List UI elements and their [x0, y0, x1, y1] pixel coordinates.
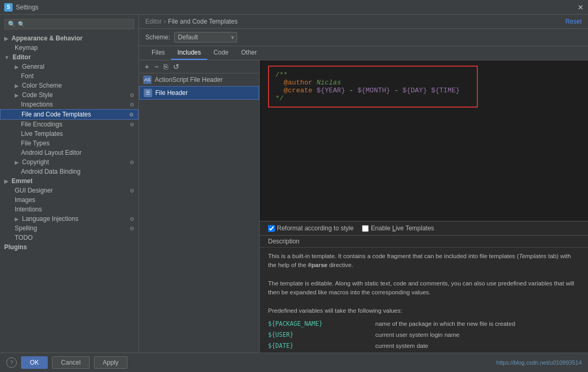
table-row: ${DATE} current system date: [268, 341, 580, 352]
sidebar-item-code-style[interactable]: ▶ Code Style ⚙: [0, 90, 138, 100]
sidebar-item-color-scheme[interactable]: ▶ Color Scheme: [0, 81, 138, 90]
sidebar-item-images[interactable]: Images: [0, 195, 138, 205]
sidebar-item-appearance[interactable]: ▶ Appearance & Behavior: [0, 34, 138, 43]
reformat-label: Reformat according to style: [277, 225, 354, 232]
badge-icon: ⚙: [130, 92, 134, 98]
sidebar: 🔍 ▶ Appearance & Behavior Keymap ▼ Edito…: [0, 15, 139, 353]
sidebar-item-gui-designer[interactable]: GUI Designer ⚙: [0, 186, 138, 195]
bottom-bar: ? OK Cancel Apply https://blog.csdn.net/…: [0, 353, 588, 372]
code-create-tag: @create: [284, 87, 313, 94]
template-file-icon: AS: [143, 76, 152, 84]
search-input[interactable]: [18, 21, 131, 27]
table-row: ${USER} current user system login name: [268, 330, 580, 341]
description-content: This is a built-in template. It contains…: [260, 248, 588, 353]
copy-template-button[interactable]: ⎘: [162, 62, 169, 71]
sidebar-item-general[interactable]: ▶ General: [0, 62, 138, 71]
var-desc: current system date: [376, 341, 580, 352]
enable-live-checkbox-label[interactable]: Enable Live Templates: [362, 225, 434, 232]
template-item-label: File Header: [155, 89, 188, 97]
sidebar-item-label: Live Templates: [21, 130, 63, 137]
sidebar-item-label: GUI Designer: [15, 187, 53, 194]
badge-icon: ⚙: [129, 112, 134, 118]
options-bar: Reformat according to style Enable Live …: [260, 221, 588, 235]
header-bar: Editor › File and Code Templates Reset: [139, 15, 588, 29]
code-month-var: ${MONTH}: [357, 87, 390, 94]
sidebar-item-label: Appearance & Behavior: [12, 35, 82, 42]
template-item-file-header[interactable]: ☰ File Header: [139, 86, 259, 100]
title-bar-left: S Settings: [4, 3, 38, 12]
sidebar-item-inspections[interactable]: Inspections ⚙: [0, 100, 138, 109]
sidebar-item-plugins[interactable]: Plugins: [0, 242, 138, 252]
sidebar-item-label: Copyright: [22, 158, 49, 166]
remove-template-button[interactable]: −: [153, 62, 160, 71]
sidebar-item-android-data[interactable]: Android Data Binding: [0, 167, 138, 176]
sidebar-item-todo[interactable]: TODO: [0, 233, 138, 242]
reset-template-button[interactable]: ↺: [172, 62, 181, 71]
sidebar-item-label: Android Layout Editor: [21, 149, 81, 156]
sidebar-item-editor[interactable]: ▼ Editor: [0, 52, 138, 62]
sidebar-item-android-layout[interactable]: Android Layout Editor: [0, 148, 138, 157]
tab-other[interactable]: Other: [235, 46, 263, 60]
enable-live-checkbox[interactable]: [362, 225, 369, 232]
sidebar-item-emmet[interactable]: ▶ Emmet: [0, 176, 138, 186]
sidebar-item-copyright[interactable]: ▶ Copyright ⚙: [0, 157, 138, 167]
reformat-checkbox[interactable]: [268, 225, 275, 232]
template-items-list: AS ActionScript File Header ☰ File Heade…: [139, 73, 259, 353]
template-area: + − ⎘ ↺ AS ActionScript File Header: [139, 60, 588, 353]
scheme-dropdown[interactable]: Default Project: [174, 32, 237, 42]
main-container: 🔍 ▶ Appearance & Behavior Keymap ▼ Edito…: [0, 15, 588, 372]
scheme-dropdown-wrapper[interactable]: Default Project ▼: [174, 32, 237, 42]
add-template-button[interactable]: +: [143, 62, 151, 71]
sidebar-item-file-types[interactable]: File Types: [0, 139, 138, 148]
sidebar-item-label: Language Injections: [22, 215, 78, 222]
var-name: ${DATE}: [268, 341, 376, 352]
expand-arrow: ▶: [15, 83, 19, 89]
expand-arrow: ▶: [15, 160, 19, 165]
sidebar-item-label: Spelling: [15, 225, 37, 232]
help-button[interactable]: ?: [6, 357, 17, 368]
code-time-var: ${TIME}: [431, 87, 460, 94]
sidebar-item-label: Font: [21, 72, 34, 80]
description-p3: Predefined variables will take the follo…: [268, 306, 580, 315]
template-item-actionscript[interactable]: AS ActionScript File Header: [139, 73, 259, 86]
sidebar-item-label: Color Scheme: [22, 82, 62, 89]
scheme-label: Scheme:: [145, 34, 170, 41]
description-p1: This is a built-in template. It contains…: [268, 252, 580, 270]
template-file-icon: ☰: [144, 89, 152, 97]
tab-code[interactable]: Code: [207, 46, 235, 60]
content-area: 🔍 ▶ Appearance & Behavior Keymap ▼ Edito…: [0, 15, 588, 353]
expand-arrow: ▼: [4, 55, 9, 60]
sidebar-item-spelling[interactable]: Spelling ⚙: [0, 224, 138, 233]
apply-button[interactable]: Apply: [94, 356, 127, 369]
template-list: + − ⎘ ↺ AS ActionScript File Header: [139, 60, 260, 353]
tab-includes[interactable]: Includes: [171, 46, 207, 60]
reformat-checkbox-label[interactable]: Reformat according to style: [268, 225, 354, 232]
sidebar-item-file-encodings[interactable]: File Encodings ⚙: [0, 120, 138, 129]
badge-icon: ⚙: [130, 102, 134, 108]
enable-live-label: Enable Live Templates: [371, 225, 434, 232]
sidebar-item-font[interactable]: Font: [0, 71, 138, 81]
expand-arrow: ▶: [15, 64, 19, 70]
sidebar-item-intentions[interactable]: Intentions: [0, 205, 138, 214]
breadcrumb-separator: ›: [164, 18, 166, 25]
code-editor[interactable]: /** @author Niclas @create ${YEAR} - ${M…: [260, 60, 588, 221]
sidebar-item-lang-injections[interactable]: ▶ Language Injections ⚙: [0, 214, 138, 224]
badge-icon: ⚙: [130, 160, 134, 165]
close-button[interactable]: ✕: [578, 3, 584, 12]
right-panel: Editor › File and Code Templates Reset S…: [139, 15, 588, 353]
breadcrumb-current: File and Code Templates: [168, 18, 238, 25]
sidebar-item-label: Editor: [13, 54, 31, 61]
description-p2: The template is editable. Along with sta…: [268, 279, 580, 297]
tab-files[interactable]: Files: [145, 46, 171, 60]
search-bar[interactable]: 🔍: [4, 19, 134, 29]
window-title: Settings: [16, 4, 38, 11]
sidebar-item-file-code-templates[interactable]: File and Code Templates ⚙: [0, 109, 138, 120]
ok-button[interactable]: OK: [21, 356, 48, 369]
sidebar-item-live-templates[interactable]: Live Templates: [0, 129, 138, 139]
cancel-button[interactable]: Cancel: [52, 356, 89, 369]
expand-arrow: ▶: [4, 178, 8, 184]
sidebar-item-keymap[interactable]: Keymap: [0, 43, 138, 52]
sidebar-item-label: Images: [15, 196, 35, 204]
title-bar: S Settings ✕: [0, 0, 588, 15]
reset-button[interactable]: Reset: [565, 18, 582, 25]
